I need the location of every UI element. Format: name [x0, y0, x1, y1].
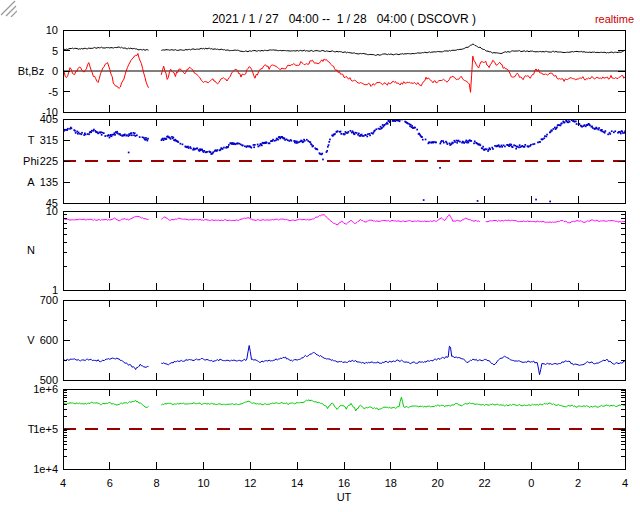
y-tick-label: 10: [46, 24, 58, 36]
x-tick-label: 20: [432, 477, 444, 489]
series-Bt: [63, 44, 625, 55]
x-tick-label: 6: [107, 477, 113, 489]
x-tick-label: 12: [244, 477, 256, 489]
panel-density: 101N: [27, 205, 625, 296]
x-tick-label: 8: [154, 477, 160, 489]
panel-bt-bz: 1050-5-10Bt,Bz: [18, 24, 625, 118]
series-Bz: [63, 54, 625, 93]
x-axis-title: UT: [337, 491, 352, 503]
y-tick-label: 225: [40, 155, 58, 167]
panel-border: [63, 389, 625, 469]
panel-ylabel: T: [28, 423, 35, 435]
panel-ylabel: N: [27, 244, 35, 256]
y-tick-label: 10: [46, 205, 58, 217]
y-tick-label: 315: [40, 134, 58, 146]
x-tick-label: 16: [338, 477, 350, 489]
x-tick-label: 10: [197, 477, 209, 489]
series-V: [63, 346, 625, 375]
solar-wind-chart: 1050-5-10Bt,Bz40531522513545TPhiA101N700…: [0, 0, 640, 512]
y-tick-label: 1e+6: [33, 383, 58, 395]
panel-velocity: 700600500V: [27, 294, 625, 386]
y-tick-label: 1e+4: [33, 463, 58, 475]
x-tick-label: 4: [60, 477, 66, 489]
series-Phi: [62, 118, 626, 202]
panel-phi: 40531522513545TPhiA: [23, 113, 626, 209]
panel-ylabel: V: [27, 334, 35, 346]
panel-ylabel: Bt,Bz: [18, 65, 44, 77]
series-T: [63, 397, 625, 411]
resize-grip-icon: [0, 0, 17, 17]
y-tick-label: 600: [40, 334, 58, 346]
panel-border: [63, 119, 625, 203]
y-tick-label: 700: [40, 294, 58, 306]
panel-ylabel: A: [27, 176, 35, 188]
x-tick-label: 22: [478, 477, 490, 489]
y-tick-label: 5: [52, 45, 58, 57]
y-tick-label: -5: [48, 86, 58, 98]
y-tick-label: 135: [40, 176, 58, 188]
x-tick-label: 2: [575, 477, 581, 489]
panel-ylabel: Phi: [23, 155, 39, 167]
x-tick-label: 0: [528, 477, 534, 489]
x-tick-label: 4: [622, 477, 628, 489]
panel-temperature: 1e+61e+51e+4T: [28, 383, 625, 475]
x-tick-label: 14: [291, 477, 303, 489]
y-tick-label: 1e+5: [33, 423, 58, 435]
plot-window: 2021 / 1 / 27 04:00 -- 1 / 28 04:00 ( DS…: [0, 0, 640, 512]
y-tick-label: 405: [40, 113, 58, 125]
x-tick-label: 18: [385, 477, 397, 489]
y-tick-label: 0: [52, 65, 58, 77]
panel-ylabel: T: [28, 134, 35, 146]
